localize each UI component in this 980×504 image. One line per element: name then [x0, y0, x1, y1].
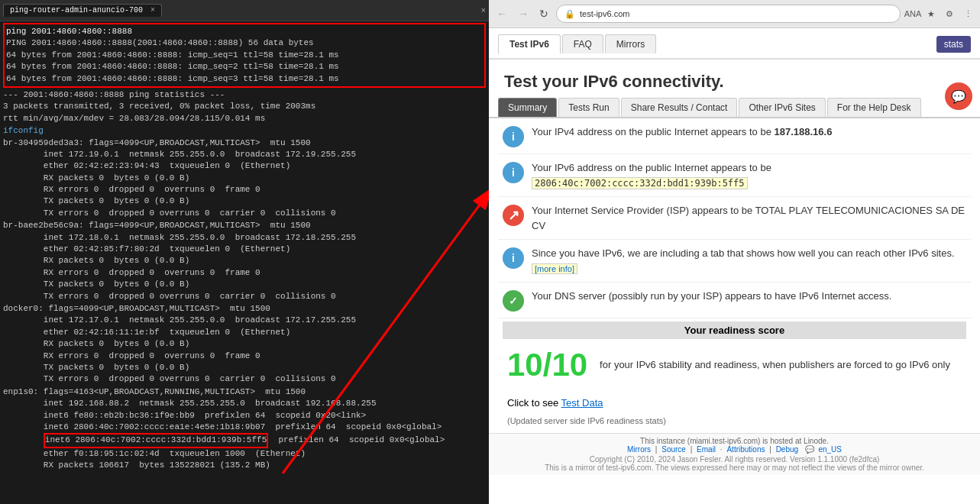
- footer-link-email[interactable]: Email: [697, 445, 716, 454]
- tab-info-row: i Since you have IPv6, we are including …: [498, 240, 971, 283]
- terminal-line: --- 2001:4860:4860::8888 ping statistics…: [3, 89, 486, 101]
- terminal-line: RX packets 0 bytes 0 (0.0 B): [3, 255, 486, 267]
- more-info-link[interactable]: [more info]: [532, 263, 577, 274]
- terminal-stats-section: --- 2001:4860:4860::8888 ping statistics…: [3, 89, 486, 124]
- site-nav-tabs: Test IPv6 FAQ Mirrors: [498, 34, 656, 53]
- terminal-line: inet6 fe80::eb2b:bc36:1f9e:bb9 prefixlen…: [3, 410, 486, 422]
- terminal-highlighted-line: inet6 2806:40c:7002:cccc:332d:bdd1:939b:…: [3, 433, 445, 447]
- tab-tests-run[interactable]: Tests Run: [558, 98, 619, 117]
- terminal-tab-active[interactable]: ping-router-admin-anuncio-700 ×: [3, 4, 162, 17]
- test-data-row: Click to see Test Data: [498, 391, 971, 415]
- arrow-icon: ↗: [503, 205, 524, 226]
- readiness-description: for your IPv6 stability and readiness, w…: [600, 357, 950, 373]
- terminal-line: ping 2001:4860:4860::8888: [6, 26, 483, 37]
- address-bar[interactable]: 🔒 test-ipv6.com: [556, 5, 901, 23]
- terminal-line: 3 packets transmitted, 3 received, 0% pa…: [3, 101, 486, 112]
- terminal-line: docker0: flags=4099<UP,BROADCAST,MULTICA…: [3, 303, 486, 315]
- content-area: i Your IPv4 address on the public Intern…: [489, 118, 980, 433]
- info-icon-ipv6: i: [503, 162, 524, 183]
- terminal-line: rtt min/avg/max/mdev = 28.083/28.094/28.…: [3, 113, 486, 124]
- terminal-ping-box: ping 2001:4860:4860::8888 PING 2001:4860…: [3, 23, 486, 88]
- terminal-line: inet6 2806:40c:7002:cccc:ea1e:4e5e:1b18:…: [3, 422, 486, 433]
- test-data-text: Click to see: [507, 397, 561, 409]
- tab-help-desk[interactable]: For the Help Desk: [827, 98, 921, 117]
- terminal-line: 64 bytes from 2001:4860:4860::8888: icmp…: [6, 73, 483, 85]
- terminal-line: PING 2001:4860:4860::8888(2001:4860:4860…: [6, 37, 483, 49]
- terminal-line: RX packets 0 bytes 0 (0.0 B): [3, 338, 486, 350]
- footer-links: Mirrors | Source | Email · Attributions …: [495, 445, 974, 454]
- footer-link-debug[interactable]: Debug: [776, 445, 798, 454]
- footer-copyright: Copyright (C) 2010, 2024 Jason Fesler. A…: [495, 455, 974, 464]
- terminal-line: RX packets 106617 bytes 135228021 (135.2…: [3, 460, 486, 471]
- dns-text: Your DNS server (possibly run by your IS…: [532, 289, 966, 304]
- stats-button[interactable]: stats: [936, 36, 971, 53]
- tab-summary[interactable]: Summary: [498, 98, 557, 117]
- terminal-line: br-baee2be56c9a: flags=4099<UP,BROADCAST…: [3, 220, 486, 231]
- ipv6-info-row: i Your IPv6 address on the public Intern…: [498, 154, 971, 197]
- tab-faq[interactable]: FAQ: [562, 34, 603, 53]
- tab-other-ipv6[interactable]: Other IPv6 Sites: [739, 98, 825, 117]
- content-tabs: Summary Tests Run Share Results / Contac…: [489, 98, 980, 118]
- terminal-line: enp1s0: flags=4163<UP,BROADCAST,RUNNING,…: [3, 386, 486, 398]
- browser-icons: ANA ★ ⚙ ⋮: [905, 6, 975, 21]
- tab-share-results[interactable]: Share Results / Contact: [621, 98, 738, 117]
- bookmark-icon[interactable]: ★: [923, 6, 939, 21]
- terminal-line: inet 192.168.88.2 netmask 255.255.255.0 …: [3, 398, 486, 409]
- terminal-line: ether 02:42:85:f7:80:2d txqueuelen 0 (Et…: [3, 244, 486, 255]
- terminal-line: br-304959ded3a3: flags=4099<UP,BROADCAST…: [3, 137, 486, 149]
- terminal-panel: ping-router-admin-anuncio-700 × × ping 2…: [0, 0, 489, 504]
- translate-icon[interactable]: ANA: [905, 6, 920, 21]
- browser-content: Test your IPv6 connectivity. Summary Tes…: [489, 60, 980, 504]
- footer-mirror-text: This is a mirror of test-ipv6.com. The v…: [495, 464, 974, 472]
- terminal-line: inet 172.19.0.1 netmask 255.255.0.0 broa…: [3, 149, 486, 160]
- info-icon-ipv4: i: [503, 126, 524, 147]
- chat-icon[interactable]: 💬: [945, 82, 972, 110]
- page-title: Test your IPv6 connectivity.: [489, 60, 980, 98]
- dns-info-row: ✓ Your DNS server (possibly run by your …: [498, 283, 971, 318]
- terminal-line: ifconfig: [3, 125, 486, 137]
- terminal-content: ping 2001:4860:4860::8888 PING 2001:4860…: [0, 21, 489, 473]
- extension-icon[interactable]: ⚙: [942, 6, 957, 21]
- reload-button[interactable]: ↻: [536, 6, 551, 21]
- terminal-line: RX errors 0 dropped 0 overruns 0 frame 0: [3, 184, 486, 195]
- ipv4-info-row: i Your IPv4 address on the public Intern…: [498, 118, 971, 154]
- footer-link-source[interactable]: Source: [661, 445, 686, 454]
- footer-link-attributions[interactable]: Attributions: [726, 445, 765, 454]
- tab-test-ipv6[interactable]: Test IPv6: [498, 34, 561, 54]
- test-data-link[interactable]: Test Data: [561, 397, 603, 409]
- hosted-text: This instance (miami.test-ipv6.com) is h…: [495, 437, 974, 445]
- site-header: Test IPv6 FAQ Mirrors stats: [489, 28, 980, 60]
- terminal-line: RX packets 0 bytes 0 (0.0 B): [3, 173, 486, 184]
- terminal-line: TX packets 0 bytes 0 (0.0 B): [3, 362, 486, 373]
- more-icon[interactable]: ⋮: [960, 6, 975, 21]
- terminal-line: ether 02:42:e2:23:94:43 txqueuelen 0 (Et…: [3, 160, 486, 172]
- tab-mirrors[interactable]: Mirrors: [605, 34, 656, 53]
- footer-locale[interactable]: en_US: [818, 445, 842, 454]
- browser-chrome: ← → ↻ 🔒 test-ipv6.com ANA ★ ⚙ ⋮: [489, 0, 980, 28]
- terminal-close-icon[interactable]: ×: [480, 6, 486, 15]
- check-icon: ✓: [503, 290, 524, 312]
- tab-info-text: Since you have IPv6, we are including a …: [532, 246, 966, 276]
- forward-button[interactable]: →: [515, 6, 532, 21]
- browser-nav-bar: ← → ↻ 🔒 test-ipv6.com ANA ★ ⚙ ⋮: [489, 0, 980, 27]
- terminal-line: ether f0:18:95:1c:02:4d txqueuelen 1000 …: [3, 448, 486, 460]
- terminal-line: RX errors 0 dropped 0 overruns 0 frame 0: [3, 267, 486, 279]
- back-button[interactable]: ←: [493, 6, 510, 21]
- terminal-line: TX packets 0 bytes 0 (0.0 B): [3, 195, 486, 207]
- terminal-line: inet 172.17.0.1 netmask 255.255.0.0 broa…: [3, 315, 486, 326]
- terminal-line: TX packets 0 bytes 0 (0.0 B): [3, 279, 486, 290]
- terminal-line: TX errors 0 dropped 0 overruns 0 carrier…: [3, 291, 486, 302]
- browser-panel: ← → ↻ 🔒 test-ipv6.com ANA ★ ⚙ ⋮ Test IPv…: [489, 0, 980, 504]
- isp-text: Your Internet Service Provider (ISP) app…: [532, 203, 966, 233]
- readiness-score: 10/10: [507, 347, 587, 383]
- readiness-header: Your readiness score: [503, 321, 966, 339]
- terminal-line: inet 172.18.0.1 netmask 255.255.0.0 broa…: [3, 232, 486, 244]
- isp-info-row: ↗ Your Internet Service Provider (ISP) a…: [498, 197, 971, 240]
- ipv6-text: Your IPv6 address on the public Internet…: [532, 160, 966, 190]
- terminal-tab-bar[interactable]: ping-router-admin-anuncio-700 × ×: [0, 0, 489, 21]
- lock-icon: 🔒: [564, 9, 575, 19]
- terminal-line: 64 bytes from 2001:4860:4860::8888: icmp…: [6, 50, 483, 61]
- ipv4-text: Your IPv4 address on the public Internet…: [532, 124, 966, 140]
- footer-link-mirrors[interactable]: Mirrors: [627, 445, 651, 454]
- chat-icon-symbol: 💬: [951, 89, 966, 104]
